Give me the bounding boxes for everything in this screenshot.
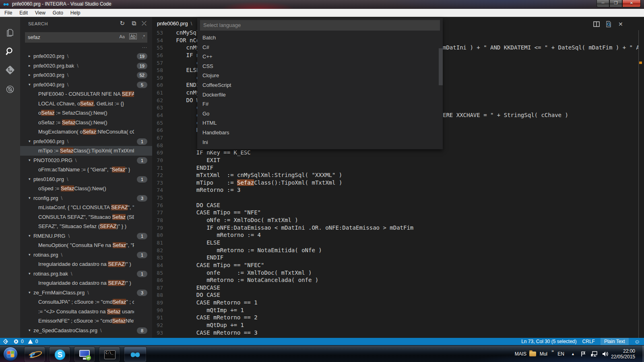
- taskbar-ie-button[interactable]: e: [24, 347, 45, 362]
- warnings-icon[interactable]: [28, 339, 33, 344]
- search-result-match[interactable]: MsgExclamation( oSefaz:NfeConsulta( cCha…: [20, 127, 152, 137]
- chevron-right-icon[interactable]: ▸: [29, 61, 31, 71]
- folder-icon[interactable]: [529, 346, 536, 362]
- chevron-down-icon[interactable]: ▾: [29, 288, 31, 298]
- git-icon[interactable]: [5, 65, 15, 75]
- code-line[interactable]: 70 EXIT: [152, 156, 638, 164]
- search-result-match[interactable]: oSefaz := SefazClass():New(): [20, 108, 152, 118]
- code-line[interactable]: 83 ENDIF: [152, 254, 638, 261]
- search-result-file[interactable]: ▸pnfe0020.prg\19: [20, 51, 152, 61]
- language-option[interactable]: Handlebars: [197, 128, 443, 138]
- search-result-match[interactable]: LOCAL cChave, oSefaz, GetList := {}: [20, 99, 152, 109]
- search-result-match[interactable]: CONSULTA SEFAZ", "Situacao Sefaz (SEFAZ)…: [20, 212, 152, 222]
- open-preview-icon[interactable]: [605, 21, 612, 27]
- cursor-position[interactable]: Ln 73, Col 30 (5 selected): [521, 338, 576, 345]
- search-result-file[interactable]: ▾rotinas.prg\1: [20, 250, 152, 260]
- close-button[interactable]: ✕: [622, 0, 641, 7]
- code-line[interactable]: 79 IF oNFE:DataEmissao < mDatIni .OR. oN…: [152, 224, 638, 232]
- tray-overflow-chevron[interactable]: »: [551, 342, 554, 359]
- taskbar-skype-button[interactable]: S: [49, 347, 70, 362]
- menu-item-help[interactable]: Help: [67, 9, 84, 17]
- code-line[interactable]: 80 mRetorno := 4: [152, 231, 638, 239]
- search-result-file[interactable]: ▾pnfe0040.prg\5: [20, 80, 152, 90]
- feedback-smiley-icon[interactable]: ☺: [634, 338, 640, 345]
- minimize-button[interactable]: ─: [597, 0, 609, 7]
- action-center-flag-icon[interactable]: [580, 346, 586, 362]
- tray-label-mais[interactable]: MAIS: [515, 346, 526, 362]
- language-option[interactable]: Go: [197, 109, 443, 119]
- search-result-file[interactable]: ▾rconfig.prg\3: [20, 193, 152, 203]
- code-line[interactable]: 81 ELSE: [152, 239, 638, 247]
- taskbar-vscode-button[interactable]: [124, 347, 147, 362]
- match-case-toggle[interactable]: Aa: [120, 34, 125, 39]
- code-line[interactable]: 75: [152, 194, 638, 202]
- search-result-match[interactable]: MenuOption( "Consulta NFe na Sefaz", "PN…: [20, 241, 152, 250]
- language-option[interactable]: Ini: [197, 138, 443, 147]
- close-editor-icon[interactable]: ✕: [618, 21, 625, 27]
- code-line[interactable]: 92 mQtDup += 1: [152, 321, 638, 329]
- code-line[interactable]: 78 oNfe := XmlToDoc( mTxtXml ): [152, 216, 638, 224]
- regex-toggle[interactable]: .*: [142, 34, 145, 39]
- code-line[interactable]: 87 ENDCASE: [152, 284, 638, 292]
- search-icon[interactable]: [5, 47, 15, 56]
- code-line[interactable]: 91 CASE mRetorno == 2: [152, 314, 638, 321]
- language-option[interactable]: Dockerfile: [197, 90, 443, 100]
- search-result-match[interactable]: mListaConf, { "CLI CONSULTA SEFAZ", "Sit…: [20, 203, 152, 212]
- menu-item-edit[interactable]: Edit: [16, 9, 31, 17]
- search-result-match[interactable]: PNFE0040 - CONSULTAR NFE NA SEFAZ *: [20, 89, 152, 99]
- language-option[interactable]: Clojure: [197, 71, 443, 80]
- search-result-match[interactable]: oSefaz := SefazClass():New(): [20, 118, 152, 128]
- search-input[interactable]: sefaz Aa Ab .*: [25, 32, 147, 43]
- split-editor-icon[interactable]: [593, 21, 600, 27]
- debug-icon[interactable]: [5, 84, 15, 94]
- tray-clock[interactable]: 22:00 22/05/2015: [611, 346, 635, 362]
- code-line[interactable]: 86 mRetorno := NotaCancelada( onfe ): [152, 276, 638, 284]
- language-option[interactable]: F#: [197, 99, 443, 109]
- clear-search-icon[interactable]: ⤫: [142, 20, 147, 27]
- chevron-right-icon[interactable]: ▸: [29, 70, 31, 80]
- language-option[interactable]: C++: [197, 52, 443, 62]
- language-option[interactable]: Batch: [197, 33, 443, 43]
- volume-icon[interactable]: [602, 346, 609, 362]
- code-line[interactable]: 73 mTipo := SefazClass():TipoXml( mTxtXm…: [152, 179, 638, 187]
- code-line[interactable]: 84 CASE mTipo == "NFEC": [152, 261, 638, 269]
- code-line[interactable]: 69 IF nKey == K_ESC: [152, 149, 638, 156]
- chevron-down-icon[interactable]: ▾: [29, 269, 31, 279]
- chevron-down-icon[interactable]: ▾: [29, 175, 31, 184]
- chevron-down-icon[interactable]: ▾: [29, 250, 31, 260]
- code-line[interactable]: 90 mQtImp += 1: [152, 306, 638, 314]
- code-line[interactable]: 82 mRetorno := NotaEmitida( oNfe ): [152, 247, 638, 254]
- chevron-down-icon[interactable]: ▾: [29, 193, 31, 203]
- chevron-down-icon[interactable]: ▾: [29, 156, 31, 165]
- search-result-file[interactable]: ▸pnfe0030.prg\52: [20, 70, 152, 80]
- chevron-down-icon[interactable]: ▾: [29, 80, 31, 90]
- code-line[interactable]: 77 CASE mTipo == "NFE": [152, 209, 638, 216]
- start-button[interactable]: [3, 347, 18, 361]
- search-result-file[interactable]: ▾ze_SpedCadastroClass.prg\8: [20, 326, 152, 335]
- menu-item-file[interactable]: File: [1, 9, 16, 17]
- search-details-toggle[interactable]: ...: [25, 43, 147, 51]
- search-result-match[interactable]: Irregularidade do cadastro na SEFAZ!" ): [20, 278, 152, 288]
- search-result-match[interactable]: := "<J> Consulta cadastro na Sefaz usand…: [20, 307, 152, 317]
- quickpick-input[interactable]: Select language: [200, 20, 440, 31]
- language-option[interactable]: CSS: [197, 62, 443, 71]
- search-result-file[interactable]: ▾rotinas.prg.bak\1: [20, 269, 152, 279]
- language-option[interactable]: CoffeeScript: [197, 80, 443, 90]
- refresh-icon[interactable]: ↻: [120, 20, 125, 27]
- language-mode[interactable]: Plain Text: [601, 338, 629, 345]
- language-indicator[interactable]: EN: [557, 346, 564, 362]
- chevron-down-icon[interactable]: ▾: [29, 326, 31, 335]
- search-result-match[interactable]: SEFAZ", "Situacao Sefaz (SEFAZ)" } ): [20, 222, 152, 231]
- restore-button[interactable]: ❐: [609, 0, 622, 7]
- eol-indicator[interactable]: CRLF: [582, 338, 595, 345]
- chevron-down-icon[interactable]: ▾: [29, 137, 31, 146]
- code-line[interactable]: 72 mTxtXml := cnMySqlXml:StringSql( "XXX…: [152, 171, 638, 179]
- taskbar-remote-desktop-button[interactable]: ⇄: [74, 347, 95, 362]
- code-line[interactable]: 85 onfe := XmlToDoc( mTxtXml ): [152, 269, 638, 277]
- search-result-match[interactable]: ConsultaJPA" ; cSource := "cmdSefaz" ; c…: [20, 297, 152, 307]
- menu-item-view[interactable]: View: [31, 9, 49, 17]
- errors-icon[interactable]: [14, 339, 19, 344]
- search-result-file[interactable]: ▾ptes0160.prg\1: [20, 175, 152, 184]
- code-line[interactable]: 76 DO CASE: [152, 202, 638, 209]
- taskbar-cmd-button[interactable]: C:\_: [99, 347, 120, 362]
